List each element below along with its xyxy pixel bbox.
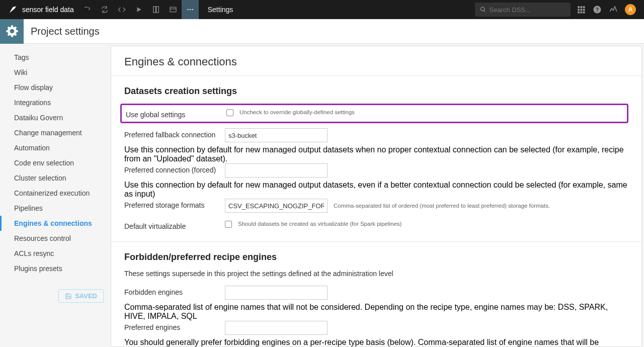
preferred-input[interactable] xyxy=(225,321,328,335)
gear-icon xyxy=(6,25,19,38)
svg-rect-0 xyxy=(153,7,155,13)
sidebar-item-resources[interactable]: Resources control xyxy=(0,231,111,246)
page-title: Project settings xyxy=(31,26,100,37)
cycle-icon[interactable] xyxy=(96,0,113,19)
book-icon[interactable] xyxy=(147,0,165,19)
play-icon[interactable] xyxy=(130,0,147,19)
forced-help: Use this connection by default for new m… xyxy=(124,181,628,199)
section-title: Engines & connections xyxy=(111,46,641,75)
virtualizable-label: Default virtualizable xyxy=(124,220,225,230)
recipe-engines-desc: These settings supersede in this project… xyxy=(124,270,628,278)
sidebar: Tags Wiki Flow display Integrations Data… xyxy=(0,44,111,347)
virtualizable-help: Should datasets be created as virtualiza… xyxy=(238,220,401,228)
activity-icon[interactable] xyxy=(609,5,618,14)
search-input[interactable] xyxy=(489,6,566,14)
search-box[interactable] xyxy=(475,3,571,17)
code-icon[interactable] xyxy=(113,0,130,19)
logo-icon[interactable] xyxy=(7,5,17,15)
forbidden-input[interactable] xyxy=(225,286,328,300)
sidebar-item-cluster[interactable]: Cluster selection xyxy=(0,170,111,186)
sidebar-item-integrations[interactable]: Integrations xyxy=(0,95,111,110)
svg-point-7 xyxy=(481,7,485,11)
storage-label: Preferred storage formats xyxy=(124,199,225,209)
save-icon xyxy=(65,293,72,300)
sidebar-item-containerized[interactable]: Containerized execution xyxy=(0,186,111,201)
sidebar-item-plugins[interactable]: Plugins presets xyxy=(0,261,111,276)
flow-icon[interactable] xyxy=(79,0,96,19)
avatar[interactable]: A xyxy=(625,4,636,15)
main: Tags Wiki Flow display Integrations Data… xyxy=(0,44,644,347)
sidebar-item-govern[interactable]: Dataiku Govern xyxy=(0,110,111,125)
use-global-help: Uncheck to override globally-defined set… xyxy=(239,108,355,116)
svg-rect-14 xyxy=(583,9,585,11)
use-global-checkbox[interactable] xyxy=(226,109,233,116)
svg-rect-10 xyxy=(581,6,583,8)
sidebar-item-acls[interactable]: ACLs resync xyxy=(0,246,111,261)
more-icon[interactable] xyxy=(182,0,199,19)
tool-icons xyxy=(79,0,199,19)
svg-rect-2 xyxy=(170,7,176,12)
svg-line-8 xyxy=(484,11,486,12)
sidebar-item-change-mgmt[interactable]: Change management xyxy=(0,125,111,140)
settings-gear-box xyxy=(0,19,24,44)
svg-rect-15 xyxy=(578,12,580,14)
saved-button[interactable]: SAVED xyxy=(58,289,104,303)
preferred-label: Preferred engines xyxy=(124,321,225,331)
svg-rect-12 xyxy=(578,9,580,11)
fallback-help: Use this connection by default for new m… xyxy=(124,145,628,163)
panel-icon[interactable] xyxy=(165,0,182,19)
tab-settings[interactable]: Settings xyxy=(199,0,243,19)
svg-point-6 xyxy=(192,9,193,11)
svg-rect-9 xyxy=(578,6,580,8)
forced-label: Preferred connection (forced) xyxy=(124,163,225,174)
sidebar-item-automation[interactable]: Automation xyxy=(0,140,111,155)
highlight-use-global: Use global settings Uncheck to override … xyxy=(120,104,628,123)
storage-help: Comma-separated list of ordered (most pr… xyxy=(334,202,550,210)
sidebar-item-tags[interactable]: Tags xyxy=(0,50,111,65)
recipe-engines-section: Forbidden/preferred recipe engines These… xyxy=(111,242,641,347)
forced-input[interactable] xyxy=(225,163,328,178)
virtualizable-checkbox[interactable] xyxy=(225,221,232,228)
fallback-label: Preferred fallback connection xyxy=(124,128,225,139)
search-icon xyxy=(480,6,486,13)
svg-point-4 xyxy=(187,9,189,11)
datasets-creation-section: Datasets creation settings Use global se… xyxy=(111,76,641,241)
subheader: Project settings xyxy=(0,19,644,44)
preferred-help: You should generally prefer forbidding e… xyxy=(124,338,628,347)
storage-input[interactable] xyxy=(225,199,328,213)
svg-point-5 xyxy=(189,9,191,11)
svg-rect-16 xyxy=(581,12,583,14)
sidebar-item-code-env[interactable]: Code env selection xyxy=(0,155,111,170)
sidebar-item-engines[interactable]: Engines & connections xyxy=(0,216,111,231)
sidebar-item-pipelines[interactable]: Pipelines xyxy=(0,201,111,216)
forbidden-help: Comma-separated list of engine names tha… xyxy=(124,303,628,321)
sidebar-item-flow-display[interactable]: Flow display xyxy=(0,80,111,95)
use-global-label: Use global settings xyxy=(126,108,226,119)
svg-rect-1 xyxy=(156,7,158,13)
project-title[interactable]: sensor field data xyxy=(22,6,74,14)
sidebar-item-wiki[interactable]: Wiki xyxy=(0,65,111,80)
svg-rect-13 xyxy=(581,9,583,11)
datasets-creation-title: Datasets creation settings xyxy=(124,86,628,97)
content: Engines & connections Datasets creation … xyxy=(111,46,642,347)
svg-rect-17 xyxy=(583,12,585,14)
saved-label: SAVED xyxy=(75,292,97,300)
svg-text:?: ? xyxy=(596,7,599,13)
forbidden-label: Forbidden engines xyxy=(124,286,225,296)
help-icon[interactable]: ? xyxy=(593,5,602,14)
recipe-engines-title: Forbidden/preferred recipe engines xyxy=(124,252,628,263)
fallback-input[interactable] xyxy=(225,128,328,142)
right-icons: ? A xyxy=(577,4,636,15)
apps-icon[interactable] xyxy=(577,5,586,14)
svg-rect-11 xyxy=(583,6,585,8)
topbar: sensor field data Settings ? A xyxy=(0,0,644,19)
